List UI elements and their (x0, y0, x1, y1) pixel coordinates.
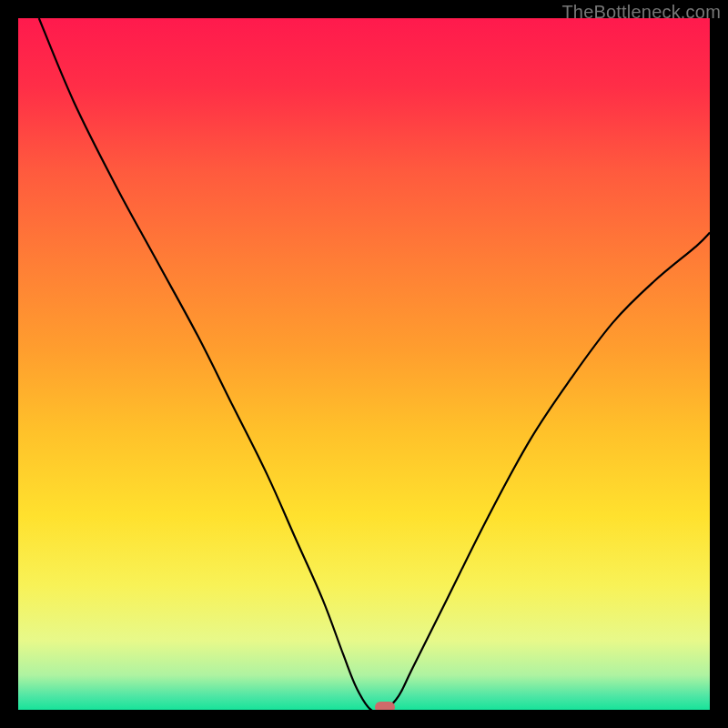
plot-area (18, 18, 710, 710)
chart-frame: TheBottleneck.com (0, 0, 728, 728)
optimal-marker (375, 702, 395, 710)
watermark-text: TheBottleneck.com (561, 2, 721, 23)
bottleneck-curve (18, 18, 710, 710)
